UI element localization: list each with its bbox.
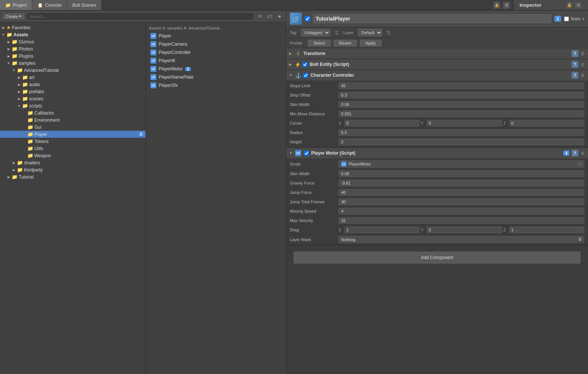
player-motor-header[interactable]: ▼ c# Player Motor (Script) 4 ? ⚙ xyxy=(286,148,588,158)
pm-cs-icon: c# xyxy=(295,150,301,156)
cs-icon-playermotor: c# xyxy=(150,66,156,72)
tree-item-thirdparty[interactable]: ▶ 📁 thirdparty xyxy=(0,166,146,173)
tree-item-player[interactable]: 📁 Player 2 xyxy=(0,131,146,138)
file-list: Assets ▶ samples ▶ AdvancedTutoria... c#… xyxy=(146,22,286,374)
bolt-entity-header[interactable]: ▶ ⚡ Bolt Entity (Script) ? ⚙ xyxy=(286,59,588,70)
layer-arrows: ⇅ xyxy=(387,30,391,36)
select-button[interactable]: Select xyxy=(308,40,331,46)
tab-bolt-scenes[interactable]: Bolt Scenes xyxy=(67,0,102,10)
layer-select[interactable]: Default xyxy=(358,29,382,36)
search-input[interactable] xyxy=(26,12,254,21)
create-button[interactable]: Create ▾ xyxy=(2,13,25,20)
drag-x-label: X xyxy=(339,228,343,232)
tree-item-callbacks[interactable]: 📁 Callbacks xyxy=(0,109,146,116)
script-target-icon[interactable]: ⊙ xyxy=(578,162,582,167)
character-controller-component: ▼ ⚓ Character Controller ? ⚙ Slope Limit… xyxy=(286,70,588,148)
tree-item-photon[interactable]: ▶ 📁 Photon xyxy=(0,45,146,52)
jump-force-label: Jump Force xyxy=(290,190,339,195)
tree-item-advancedtutorial[interactable]: ▼ 📁 AdvancedTutorial xyxy=(0,67,146,74)
bolt-entity-help-icon[interactable]: ? xyxy=(572,61,578,68)
inspector-lock-icon[interactable]: 🔒 xyxy=(566,1,573,9)
tree-item-weapon[interactable]: 📁 Weapon xyxy=(0,152,146,159)
tag-icon[interactable]: 🏷 xyxy=(266,12,274,21)
cc-help-icon[interactable]: ? xyxy=(572,72,578,79)
static-dropdown-arrow[interactable]: ▾ xyxy=(582,17,584,21)
file-entry-playercontroller[interactable]: c# PlayerController xyxy=(146,48,286,57)
tree-item-gui[interactable]: 📁 Gui xyxy=(0,124,146,131)
assets-root[interactable]: ▼ 📁 Assets xyxy=(0,31,146,38)
star-filter-icon[interactable]: ★ xyxy=(275,12,284,21)
skin-width-pm-input[interactable] xyxy=(339,170,584,177)
tree-item-shaders[interactable]: ▶ 📁 shaders xyxy=(0,159,146,166)
jump-total-frames-input[interactable] xyxy=(339,198,584,205)
character-controller-header[interactable]: ▼ ⚓ Character Controller ? ⚙ xyxy=(286,70,588,80)
favorites-section[interactable]: ▶ ★ Favorites xyxy=(0,24,146,31)
tree-item-art[interactable]: ▶ 📁 art xyxy=(0,74,146,81)
center-z-input[interactable] xyxy=(509,120,584,127)
prefab-row: Prefab Select Revert Apply xyxy=(286,38,588,48)
max-velocity-input[interactable] xyxy=(339,217,584,224)
tab-console[interactable]: 📋 Console xyxy=(32,0,67,10)
tree-item-scripts[interactable]: ▼ 📁 scripts xyxy=(0,102,146,109)
bolt-entity-gear-icon[interactable]: ⚙ xyxy=(581,62,585,67)
radius-input[interactable] xyxy=(339,129,584,136)
center-y-input[interactable] xyxy=(427,120,502,127)
file-entry-player[interactable]: c# Player xyxy=(146,32,286,40)
transform-header[interactable]: ▶ Transform ? ⚙ xyxy=(286,48,588,59)
drag-x-input[interactable] xyxy=(344,226,419,233)
file-entry-playermotor[interactable]: c# PlayerMotor 3 xyxy=(146,65,286,73)
bolt-entity-checkbox[interactable] xyxy=(303,62,307,67)
gameobject-active-checkbox[interactable] xyxy=(305,16,310,21)
transform-gear-icon[interactable]: ⚙ xyxy=(581,51,585,57)
layer-mask-select[interactable]: Nothing ⇅ xyxy=(339,236,584,243)
menu-icon[interactable]: ☰ xyxy=(503,1,510,9)
file-entry-playernameplate[interactable]: c# PlayerNamePlate xyxy=(146,73,286,81)
cc-checkbox[interactable] xyxy=(303,73,308,78)
tree-item-prefabs[interactable]: ▶ 📁 prefabs xyxy=(0,88,146,95)
drag-z-input[interactable] xyxy=(509,226,584,233)
step-offset-input[interactable] xyxy=(339,92,584,98)
apply-button[interactable]: Apply xyxy=(360,40,382,46)
tree-item-environment[interactable]: 📁 Environment xyxy=(0,116,146,124)
min-move-distance-input[interactable] xyxy=(339,110,584,117)
pm-help-icon[interactable]: ? xyxy=(572,150,578,156)
gravity-force-input[interactable] xyxy=(339,180,584,186)
pm-checkbox[interactable] xyxy=(304,151,309,156)
tree-item-utils[interactable]: 📁 Utils xyxy=(0,145,146,152)
height-input[interactable] xyxy=(339,139,584,145)
gameobject-name-input[interactable] xyxy=(313,14,551,23)
script-label: Script xyxy=(290,162,339,166)
tree-item-gizmos[interactable]: ▶ 📁 Gizmos xyxy=(0,38,146,45)
cs-icon-playerik: c# xyxy=(150,58,156,64)
add-component-button[interactable]: Add Component xyxy=(294,252,581,264)
tree-item-tokens[interactable]: 📁 Tokens xyxy=(0,138,146,145)
cc-gear-icon[interactable]: ⚙ xyxy=(581,73,585,78)
file-entry-playersfx[interactable]: c# PlayerSfx xyxy=(146,81,286,89)
pm-gear-icon[interactable]: ⚙ xyxy=(581,150,585,156)
tree-item-plugins[interactable]: ▶ 📁 Plugins xyxy=(0,52,146,60)
tree-item-scenes[interactable]: ▶ 📁 scenes xyxy=(0,95,146,102)
tree-item-tutorial[interactable]: ▶ 📁 Tutorial xyxy=(0,173,146,180)
adv-folder-icon: 📁 xyxy=(17,67,23,73)
revert-button[interactable]: Revert xyxy=(334,40,357,46)
skin-width-cc-input[interactable] xyxy=(339,101,584,108)
tree-item-audio[interactable]: ▶ 📁 audio xyxy=(0,81,146,88)
tab-project[interactable]: 📁 Project xyxy=(0,0,32,10)
jump-force-input[interactable] xyxy=(339,189,584,196)
lock-icon[interactable]: 🔒 xyxy=(493,1,500,9)
art-arrow: ▶ xyxy=(17,76,21,79)
inspector-menu-icon[interactable]: ☰ xyxy=(575,1,582,9)
pm-badge: 4 xyxy=(563,150,569,156)
refresh-icon[interactable]: ⟳ xyxy=(256,12,264,21)
slope-limit-input[interactable] xyxy=(339,82,584,89)
center-x-input[interactable] xyxy=(344,120,419,127)
file-entry-playercamera[interactable]: c# PlayerCamera xyxy=(146,40,286,48)
tag-select[interactable]: Untagged xyxy=(301,29,330,36)
transform-help-icon[interactable]: ? xyxy=(572,50,578,57)
tree-item-samples[interactable]: ▼ 📁 samples xyxy=(0,60,146,67)
moving-speed-input[interactable] xyxy=(339,208,584,215)
file-entry-playerik[interactable]: c# PlayerIK xyxy=(146,57,286,65)
static-checkbox[interactable] xyxy=(564,16,569,21)
drag-y-input[interactable] xyxy=(427,226,502,233)
plugins-arrow: ▶ xyxy=(7,54,10,58)
